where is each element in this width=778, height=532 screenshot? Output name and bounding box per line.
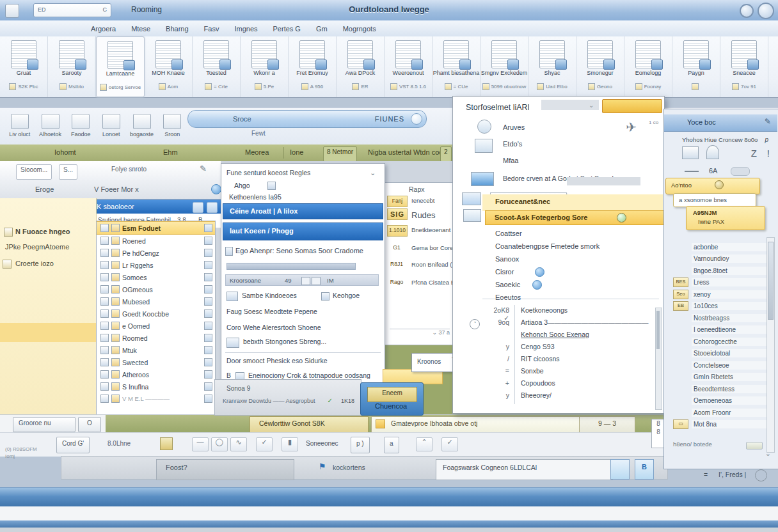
side-panel-item[interactable]: BES Lress <box>673 277 769 289</box>
folder-list-item[interactable]: Mtuk <box>97 344 215 356</box>
bottom-button[interactable]: O <box>78 417 101 432</box>
folder-list-item[interactable]: Somoes <box>97 271 215 283</box>
side-panel-item[interactable]: Stooeiclotoal <box>673 348 769 360</box>
ribbon-sub-row[interactable]: = Crte <box>193 83 240 90</box>
ribbon-group-button[interactable]: Awa DPock ER <box>337 36 385 97</box>
dialog-bottom-row[interactable]: y Cengo S93 <box>453 343 655 355</box>
foag-box[interactable]: Foagswarsk Cogneon 6LDLCAl <box>436 459 613 480</box>
folder-action-icon[interactable] <box>204 395 212 403</box>
minus-icon[interactable]: — <box>192 437 209 451</box>
scrollbar-thumb[interactable] <box>656 311 660 349</box>
ribbon-sub-row[interactable]: ER <box>337 83 384 90</box>
folder-action-icon[interactable] <box>204 237 212 245</box>
export-label[interactable]: Chuencoa <box>375 402 407 410</box>
toggle-pill[interactable] <box>731 167 750 176</box>
ribbon-sub-row[interactable]: 5.Pe <box>241 83 288 90</box>
ribbon-group-button[interactable]: Phamt biesathena = CUe <box>433 36 480 97</box>
side-panel-item[interactable]: Nostrbeagss <box>673 312 769 324</box>
dialog-item[interactable]: Etdo's <box>503 140 522 148</box>
ribbon-group-button[interactable]: Smonegur Geono <box>576 36 624 97</box>
menu-item[interactable]: Ego Ahenpr: Seno Somas 5oor Cradome <box>225 247 379 254</box>
folder-action-icon[interactable] <box>204 297 212 306</box>
session-tab[interactable]: Céwlorttiw Gonot S8K <box>250 416 369 434</box>
list-header[interactable]: Eroge <box>35 185 54 193</box>
folder-action-icon[interactable] <box>204 346 212 354</box>
ribbon-group-button[interactable]: Paygn <box>672 36 720 97</box>
menu-item[interactable]: Kethoenlens Ia95 <box>229 193 379 201</box>
ribbon-tab[interactable]: Mtese <box>123 23 158 35</box>
ribbon-sub-row[interactable]: S2K Pbc <box>0 83 47 90</box>
sync-icon[interactable] <box>211 184 221 194</box>
ribbon-sub-row[interactable]: Foonay <box>624 83 672 90</box>
ribbon-group-button[interactable]: Sneacee 7ov 91 <box>720 36 768 97</box>
p-button[interactable]: p ) <box>351 437 370 453</box>
ribbon-sub-row[interactable]: Aom <box>145 83 192 90</box>
folder-list-item[interactable]: OGmeous <box>97 283 215 295</box>
dialog-item-selected[interactable]: Scoot-Ask Fotegerbog Sore <box>485 210 664 225</box>
circle-icon[interactable]: ◯ <box>211 437 228 451</box>
left-tool-button[interactable]: S... <box>59 164 77 180</box>
page-indicator[interactable]: 9 — 3 <box>579 416 635 434</box>
scrollbar-thumb[interactable] <box>768 242 774 320</box>
rules-row[interactable]: G1 Gema bor Core <box>386 242 455 254</box>
folder-list-item[interactable]: Lr Rggehs <box>97 259 215 271</box>
filter-label[interactable]: Nigba ustertal Wtdn coon <box>368 148 447 156</box>
ribbon-sub-row[interactable]: A 956 <box>289 83 336 90</box>
menu-item[interactable]: B Eneinociony Crok & totnapodue oodsang <box>226 372 379 379</box>
side-panel-item[interactable]: EB 1o10ces <box>673 301 769 313</box>
folder-list-item[interactable]: Pe hdCengz <box>97 247 215 259</box>
folder-action-icon[interactable] <box>204 334 212 342</box>
side-panel-item[interactable]: Aoom Froonr <box>673 407 769 419</box>
folder-action-icon[interactable] <box>204 309 212 318</box>
folder-action-icon[interactable] <box>204 358 212 366</box>
folder-list-item[interactable]: Atheroos <box>97 368 215 380</box>
ribbon-sub-row[interactable]: 5099 obuotnow <box>480 83 528 90</box>
mail-icon[interactable] <box>682 146 699 159</box>
toolbar2-button[interactable]: Faodoe <box>67 114 94 148</box>
help-button[interactable] <box>740 4 754 18</box>
pane-item[interactable]: JPke PoegmAtoeme <box>5 243 69 251</box>
image-icon[interactable] <box>610 459 630 480</box>
spinner-down-button[interactable] <box>312 277 321 285</box>
ribbon-sub-row[interactable]: VST 8.5 1.6 <box>385 83 432 90</box>
menu-item-selected[interactable]: Iaut Koeen / Phogg <box>223 223 383 240</box>
folder-list-item[interactable]: Swected <box>97 356 215 368</box>
rules-row[interactable]: SIG Rudes <box>386 207 455 223</box>
menu-item[interactable]: Ahgo <box>234 182 379 189</box>
ribbon-sub-row[interactable]: = CUe <box>433 83 480 90</box>
ribbon-sub-row[interactable]: Geono <box>576 83 624 90</box>
dialog-bottom-row[interactable]: = Sonxbe <box>453 367 655 379</box>
menu-item[interactable]: Door smooct Phesick eso Sidurke <box>226 357 379 364</box>
side-panel-item[interactable]: acbonbe <box>673 241 769 253</box>
ribbon-sub-row[interactable]: Uad Etbo <box>528 83 576 90</box>
side-panel-item[interactable]: Oemoeneoas <box>673 395 769 407</box>
panel-scrollbar[interactable] <box>766 237 775 453</box>
rules-row[interactable]: Rago Pfcna Cisatea B <box>386 276 455 289</box>
ribbon-group-button[interactable]: MOH Knaeie Aom <box>145 36 193 97</box>
pane-item[interactable]: N Fuoace hngeo <box>15 228 70 235</box>
shape-icon[interactable]: ▮ <box>282 437 298 451</box>
dialog-item[interactable]: Sanoox <box>495 255 519 263</box>
folder-action-icon[interactable] <box>204 382 212 391</box>
ribbon-sub-row[interactable] <box>672 83 720 90</box>
ribbon-tab[interactable]: Bharng <box>158 23 196 35</box>
dialog-bottom-row[interactable]: 9oq Artiaoa 3——————————————— <box>453 318 655 331</box>
row-icon[interactable] <box>207 202 218 213</box>
side-panel-item[interactable]: Cohorogcecthe <box>673 336 769 348</box>
ribbon-tab[interactable]: Mogrngots <box>335 23 384 35</box>
folder-list-item[interactable]: V M E.L ———— <box>97 393 215 405</box>
chevron-down-icon[interactable]: ⌄ <box>370 169 376 176</box>
folder-action-icon[interactable] <box>204 370 212 379</box>
export-button[interactable]: Eneem <box>367 387 417 402</box>
pencil-icon[interactable]: ✎ <box>200 164 207 173</box>
toolbar2-button[interactable]: Alhoetok <box>37 114 64 148</box>
toolbar2-button[interactable]: bogaoste <box>129 114 155 148</box>
kroonos-dropdown[interactable]: Kroonos ▾ <box>411 353 457 372</box>
dialog-item[interactable]: Cisror <box>495 268 514 276</box>
bottom-button[interactable]: Grooroe nu <box>13 417 75 432</box>
check2-icon[interactable]: ✓ <box>441 437 458 451</box>
foost-tab[interactable]: Foost? <box>156 459 294 480</box>
ribbon-group-button[interactable]: Eomelogg Foonay <box>624 36 672 97</box>
panel-slider[interactable]: ⌄ 37 a <box>390 329 450 338</box>
folder-list-item[interactable]: Goedt Koocbbe <box>97 308 215 320</box>
